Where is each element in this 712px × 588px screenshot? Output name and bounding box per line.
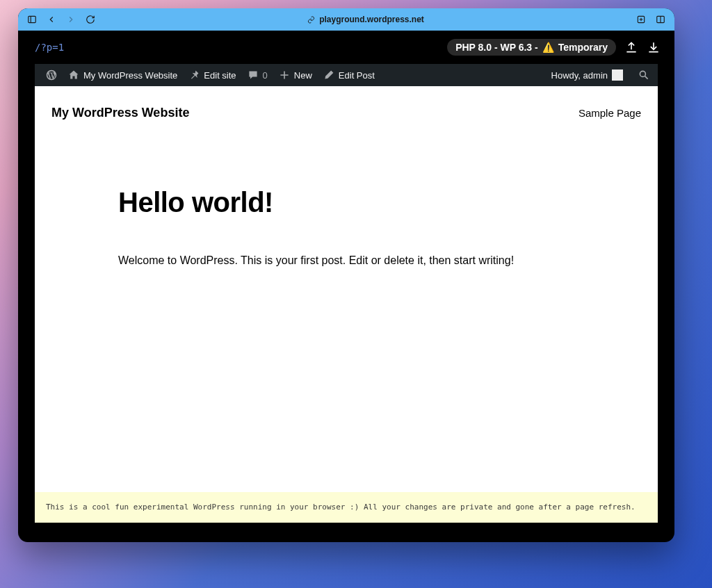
new-label: New	[294, 70, 312, 81]
wp-admin-bar: My WordPress Website Edit site 0 New Edi…	[35, 64, 658, 86]
edit-post-menu[interactable]: Edit Post	[318, 64, 380, 86]
playground-path[interactable]: /?p=1	[35, 42, 439, 53]
comment-icon	[248, 70, 259, 81]
version-suffix: Temporary	[558, 42, 608, 53]
edit-post-label: Edit Post	[339, 70, 375, 81]
search-icon	[638, 70, 649, 81]
browser-toolbar: playground.wordpress.net	[18, 8, 674, 31]
comments-menu[interactable]: 0	[242, 64, 273, 86]
new-menu[interactable]: New	[273, 64, 318, 86]
pencil-icon	[323, 70, 334, 81]
site-title[interactable]: My WordPress Website	[51, 106, 189, 120]
share-button[interactable]	[633, 11, 649, 28]
account-menu[interactable]: Howdy, admin	[546, 64, 629, 86]
link-icon	[307, 16, 315, 24]
post-title: Hello world!	[118, 187, 574, 218]
wp-logo-menu[interactable]	[40, 64, 63, 86]
search-button[interactable]	[636, 64, 652, 86]
upload-button[interactable]	[624, 40, 638, 54]
nav-link-sample-page[interactable]: Sample Page	[578, 107, 641, 119]
svg-point-7	[640, 71, 645, 76]
url-display[interactable]: playground.wordpress.net	[102, 15, 630, 24]
url-text: playground.wordpress.net	[319, 15, 424, 24]
avatar	[612, 70, 623, 81]
pin-icon	[188, 70, 200, 81]
browser-window: playground.wordpress.net /?p=1 PHP 8.0 -…	[18, 8, 674, 542]
svg-line-8	[645, 76, 648, 79]
home-icon	[68, 70, 79, 81]
tabs-button[interactable]	[652, 11, 669, 28]
download-button[interactable]	[647, 40, 661, 54]
playground-header: /?p=1 PHP 8.0 - WP 6.3 - ⚠️ Temporary	[18, 31, 674, 64]
site-menu[interactable]: My WordPress Website	[63, 64, 183, 86]
back-button[interactable]	[43, 11, 60, 28]
site-name-label: My WordPress Website	[83, 70, 177, 81]
wordpress-frame: My WordPress Website Edit site 0 New Edi…	[35, 64, 658, 523]
wp-page: My WordPress Website Sample Page Hello w…	[35, 86, 658, 523]
edit-site-menu[interactable]: Edit site	[183, 64, 241, 86]
post-body: Welcome to WordPress. This is your first…	[118, 252, 574, 270]
footer-notice: This is a cool fun experimental WordPres…	[35, 492, 658, 523]
sidebar-toggle-icon[interactable]	[24, 11, 40, 28]
version-pill[interactable]: PHP 8.0 - WP 6.3 - ⚠️ Temporary	[447, 39, 616, 56]
wordpress-icon	[46, 70, 57, 81]
comments-count: 0	[263, 70, 268, 81]
forward-button[interactable]	[63, 11, 79, 28]
greeting-label: Howdy, admin	[551, 70, 608, 81]
site-header: My WordPress Website Sample Page	[35, 86, 658, 131]
post-content: Hello world! Welcome to WordPress. This …	[35, 131, 658, 492]
warning-icon: ⚠️	[542, 42, 554, 53]
version-prefix: PHP 8.0 - WP 6.3 -	[455, 42, 538, 53]
svg-rect-0	[29, 16, 36, 22]
edit-site-label: Edit site	[204, 70, 236, 81]
plus-icon	[279, 70, 290, 81]
reload-button[interactable]	[82, 11, 99, 28]
